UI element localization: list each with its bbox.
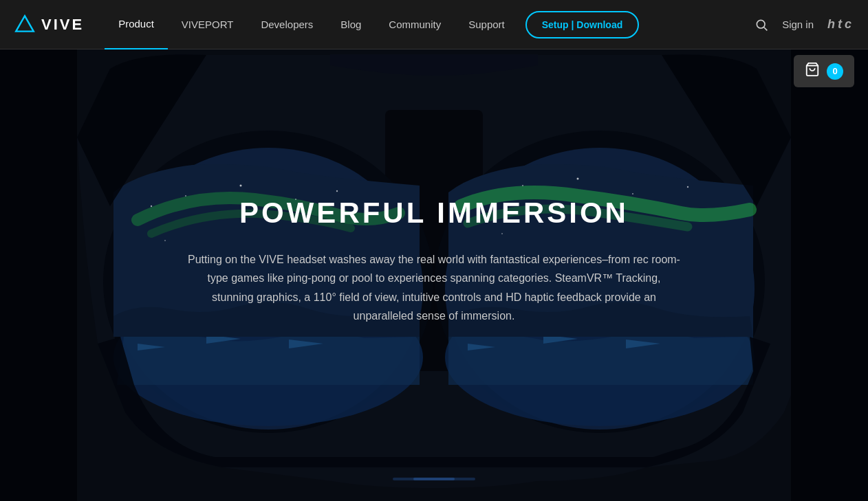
nav-right: Sign in htc [755, 17, 854, 32]
hero-title: POWERFUL IMMERSION [186, 197, 682, 230]
vive-logo[interactable]: VIVE [14, 14, 84, 36]
cart-container[interactable]: 0 [794, 55, 854, 87]
svg-marker-0 [16, 16, 34, 31]
svg-point-16 [240, 185, 242, 187]
setup-download-button[interactable]: Setup | Download [525, 11, 639, 38]
svg-point-1 [757, 20, 765, 28]
svg-rect-29 [413, 478, 455, 480]
nav-item-viveport[interactable]: VIVEPORT [168, 0, 248, 49]
htc-logo: htc [827, 17, 854, 32]
nav-links: Product VIVEPORT Developers Blog Communi… [105, 0, 755, 49]
svg-rect-26 [0, 49, 77, 501]
sign-in-link[interactable]: Sign in [782, 19, 814, 30]
navbar: VIVE Product VIVEPORT Developers Blog Co… [0, 0, 868, 49]
nav-item-product[interactable]: Product [105, 0, 168, 49]
nav-item-developers[interactable]: Developers [247, 0, 327, 49]
svg-rect-27 [791, 49, 868, 501]
svg-point-22 [577, 178, 579, 180]
search-button[interactable] [755, 18, 768, 32]
svg-point-18 [336, 190, 338, 192]
svg-line-2 [764, 27, 768, 30]
hero-content: POWERFUL IMMERSION Putting on the VIVE h… [159, 197, 709, 325]
vive-logo-icon [14, 14, 36, 36]
hero-section: POWERFUL IMMERSION Putting on the VIVE h… [0, 0, 868, 501]
svg-point-21 [522, 185, 523, 186]
vive-wordmark: VIVE [41, 16, 84, 34]
hero-description: Putting on the VIVE headset washes away … [186, 250, 682, 325]
search-icon [755, 18, 768, 32]
svg-point-24 [687, 186, 688, 188]
cart-icon [805, 62, 820, 80]
cart-badge: 0 [827, 63, 843, 80]
svg-point-14 [151, 205, 152, 207]
svg-point-23 [632, 193, 633, 194]
nav-item-community[interactable]: Community [375, 0, 455, 49]
nav-item-blog[interactable]: Blog [327, 0, 375, 49]
nav-item-support[interactable]: Support [455, 0, 519, 49]
